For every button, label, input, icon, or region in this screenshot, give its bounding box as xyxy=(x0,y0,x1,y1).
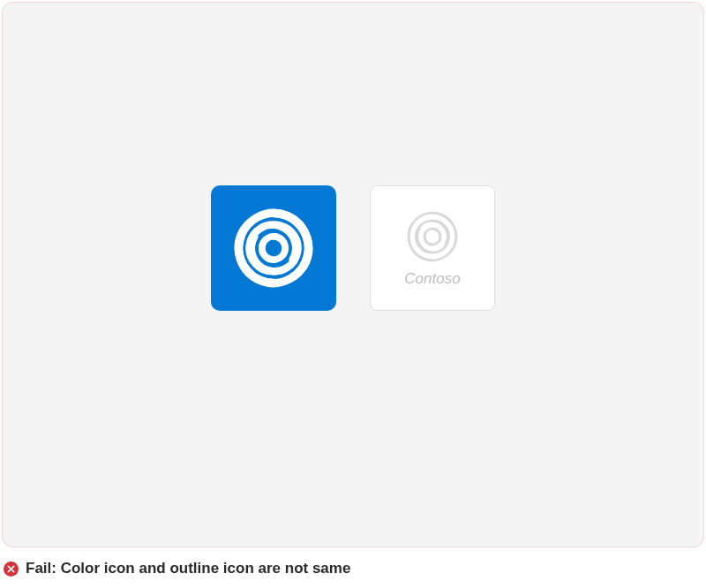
outline-icon-tile: Contoso xyxy=(370,185,495,311)
status-row: Fail: Color icon and outline icon are no… xyxy=(4,560,350,577)
icon-container: Contoso xyxy=(211,185,495,311)
swirl-color-icon xyxy=(232,207,315,290)
outline-tile-label: Contoso xyxy=(404,270,460,288)
swirl-outline-icon xyxy=(404,208,461,265)
fail-icon xyxy=(4,562,19,577)
status-text: Fail: Color icon and outline icon are no… xyxy=(26,560,350,577)
color-icon-tile xyxy=(211,185,336,311)
example-frame: Contoso xyxy=(2,2,704,547)
